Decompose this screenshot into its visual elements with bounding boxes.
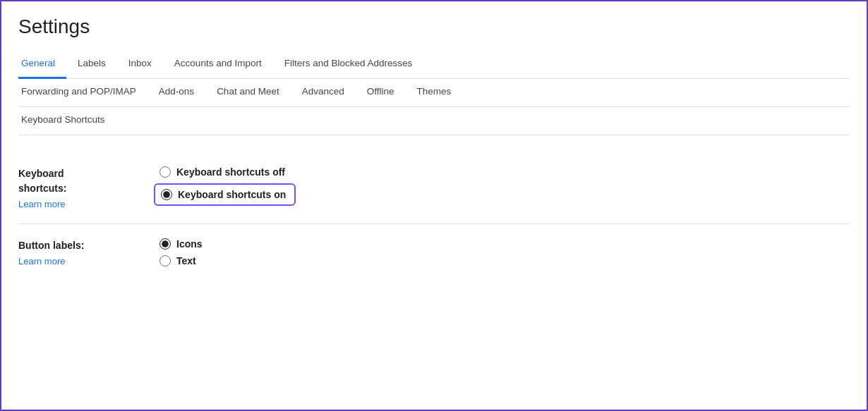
tab-general[interactable]: General xyxy=(18,51,66,79)
button-labels-setting: Button labels: Learn more Icons Text xyxy=(18,224,850,281)
tab-forwarding[interactable]: Forwarding and POP/IMAP xyxy=(18,79,147,107)
settings-page: Settings General Labels Inbox Accounts a… xyxy=(1,1,867,281)
keyboard-shortcuts-on-radio[interactable] xyxy=(161,189,172,200)
tab-keyboard-shortcuts[interactable]: Keyboard Shortcuts xyxy=(18,107,116,135)
keyboard-shortcuts-on-option[interactable]: Keyboard shortcuts on xyxy=(154,183,296,206)
page-title: Settings xyxy=(18,16,850,38)
button-labels-learn-more[interactable]: Learn more xyxy=(18,256,145,266)
tab-advanced[interactable]: Advanced xyxy=(291,79,356,107)
button-labels-icons-option[interactable]: Icons xyxy=(159,238,203,250)
tabs-row-3: Keyboard Shortcuts xyxy=(18,107,850,135)
keyboard-label-line2: shortcuts: xyxy=(18,183,66,194)
button-labels-icons-label: Icons xyxy=(176,238,203,250)
tab-labels[interactable]: Labels xyxy=(66,51,117,79)
keyboard-shortcuts-off-label: Keyboard shortcuts off xyxy=(176,166,285,178)
settings-content: Keyboard shortcuts: Learn more Keyboard … xyxy=(18,135,850,281)
tab-accounts[interactable]: Accounts and Import xyxy=(163,51,273,79)
keyboard-shortcuts-off-radio[interactable] xyxy=(159,166,171,178)
keyboard-shortcuts-label: Keyboard shortcuts: xyxy=(18,166,145,196)
button-labels-text-label: Text xyxy=(176,255,196,266)
keyboard-shortcuts-learn-more[interactable]: Learn more xyxy=(18,199,145,209)
keyboard-shortcuts-on-label: Keyboard shortcuts on xyxy=(178,189,286,200)
tab-chat[interactable]: Chat and Meet xyxy=(205,79,291,107)
keyboard-shortcuts-off-option[interactable]: Keyboard shortcuts off xyxy=(159,166,296,178)
button-labels-label-col: Button labels: Learn more xyxy=(18,238,159,266)
keyboard-shortcuts-setting: Keyboard shortcuts: Learn more Keyboard … xyxy=(18,152,850,224)
keyboard-shortcuts-label-col: Keyboard shortcuts: Learn more xyxy=(18,166,159,209)
tab-themes[interactable]: Themes xyxy=(406,79,463,107)
tabs-row-1: General Labels Inbox Accounts and Import… xyxy=(18,51,850,79)
tab-filters[interactable]: Filters and Blocked Addresses xyxy=(273,51,424,79)
button-labels-icons-radio[interactable] xyxy=(159,238,171,250)
tab-addons[interactable]: Add-ons xyxy=(147,79,205,107)
button-labels-label: Button labels: xyxy=(18,238,145,253)
button-labels-options: Icons Text xyxy=(159,238,203,266)
button-labels-text-radio[interactable] xyxy=(159,255,171,266)
keyboard-shortcuts-options: Keyboard shortcuts off Keyboard shortcut… xyxy=(159,166,296,206)
keyboard-label-line1: Keyboard xyxy=(18,168,64,179)
tab-inbox[interactable]: Inbox xyxy=(117,51,163,79)
tab-offline[interactable]: Offline xyxy=(356,79,406,107)
button-labels-text-option[interactable]: Text xyxy=(159,255,203,266)
tabs-row-2: Forwarding and POP/IMAP Add-ons Chat and… xyxy=(18,79,850,107)
